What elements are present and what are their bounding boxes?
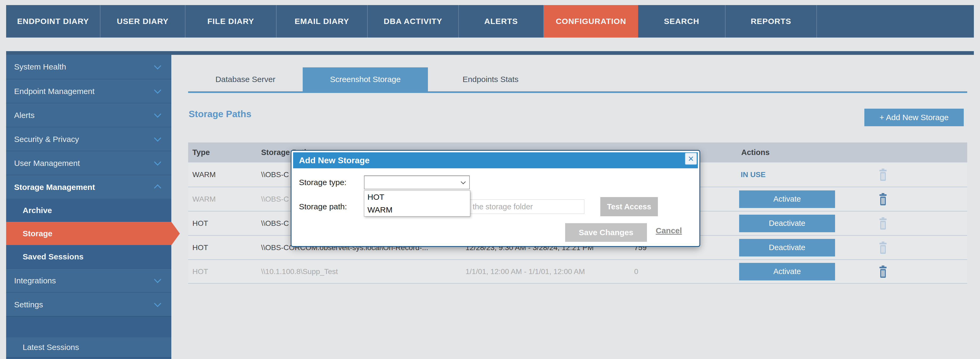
sidebar-item-system-health[interactable]: System Health xyxy=(6,55,171,79)
chevron-down-icon xyxy=(461,179,466,184)
chevron-up-icon xyxy=(154,184,161,192)
table-row: HOT \\10.1.100.8\Supp_Test 1/1/01, 12:00… xyxy=(188,259,967,284)
sidebar-item-label: Archive xyxy=(23,206,52,214)
cancel-link[interactable]: Cancel xyxy=(656,226,682,235)
cell-type: HOT xyxy=(188,243,257,252)
delete-icon[interactable] xyxy=(878,241,888,254)
app-root: ENDPOINT DIARY USER DIARY FILE DIARY EMA… xyxy=(0,0,980,359)
header-divider-strip xyxy=(6,51,974,55)
chevron-down-icon xyxy=(154,62,161,70)
sidebar-item-label: System Health xyxy=(14,62,66,71)
storage-type-label: Storage type: xyxy=(299,175,346,189)
activate-button[interactable]: Activate xyxy=(739,263,835,280)
cell-count: 0 xyxy=(630,267,734,276)
sidebar-item-storage-management[interactable]: Storage Management xyxy=(6,175,171,199)
sidebar-bottom-filler xyxy=(6,357,171,359)
option-warm[interactable]: WARM xyxy=(364,203,470,216)
tab-screenshot-storage[interactable]: Screenshot Storage xyxy=(303,67,428,91)
sidebar-item-label: User Management xyxy=(14,159,80,167)
sidebar-item-archive[interactable]: Archive xyxy=(6,199,171,222)
content-tabs: Database Server Screenshot Storage Endpo… xyxy=(188,67,553,91)
cell-path: \\10.1.100.8\Supp_Test xyxy=(257,267,462,276)
status-badge: IN USE xyxy=(734,170,765,179)
header-actions: Actions xyxy=(734,148,835,157)
tab-underline xyxy=(188,91,967,93)
cell-type: WARM xyxy=(188,195,257,203)
sidebar-item-label: Alerts xyxy=(14,111,35,119)
test-access-button[interactable]: Test Access xyxy=(600,197,658,216)
option-hot[interactable]: HOT xyxy=(364,191,470,203)
storage-path-label: Storage path: xyxy=(299,200,347,214)
chevron-down-icon xyxy=(154,300,161,307)
delete-icon[interactable] xyxy=(878,265,888,278)
sidebar-item-storage[interactable]: Storage xyxy=(6,222,171,245)
sidebar: System Health Endpoint Management Alerts… xyxy=(6,55,171,359)
delete-icon[interactable] xyxy=(878,193,888,205)
tab-endpoints-stats[interactable]: Endpoints Stats xyxy=(428,67,553,91)
sidebar-item-saved-sessions[interactable]: Saved Sessions xyxy=(6,245,171,268)
save-changes-button[interactable]: Save Changes xyxy=(565,223,647,242)
top-nav: ENDPOINT DIARY USER DIARY FILE DIARY EMA… xyxy=(6,5,974,38)
nav-dba-activity[interactable]: DBA ACTIVITY xyxy=(368,5,459,38)
nav-user-diary[interactable]: USER DIARY xyxy=(100,5,185,38)
cell-dates: 1/1/01, 12:00 AM - 1/1/01, 12:00 AM xyxy=(462,267,630,276)
dialog-title: Add New Storage xyxy=(299,152,698,168)
sidebar-item-label: Integrations xyxy=(14,276,56,285)
sidebar-item-endpoint-management[interactable]: Endpoint Management xyxy=(6,79,171,103)
active-item-arrow xyxy=(171,222,180,245)
nav-endpoint-diary[interactable]: ENDPOINT DIARY xyxy=(6,5,100,38)
chevron-down-icon xyxy=(154,159,161,166)
chevron-down-icon xyxy=(154,87,161,94)
nav-email-diary[interactable]: EMAIL DIARY xyxy=(277,5,368,38)
deactivate-button[interactable]: Deactivate xyxy=(739,239,835,256)
sidebar-item-latest-sessions[interactable]: Latest Sessions xyxy=(6,337,171,357)
tab-database-server[interactable]: Database Server xyxy=(188,67,303,91)
chevron-down-icon xyxy=(154,111,161,118)
sidebar-item-user-management[interactable]: User Management xyxy=(6,151,171,175)
header-type: Type xyxy=(188,148,257,157)
storage-type-dropdown-list: HOT WARM xyxy=(364,191,470,216)
sidebar-item-label: Settings xyxy=(14,300,43,309)
chevron-down-icon xyxy=(154,135,161,142)
nav-search[interactable]: SEARCH xyxy=(638,5,725,38)
sidebar-item-integrations[interactable]: Integrations xyxy=(6,268,171,292)
sidebar-item-label: Saved Sessions xyxy=(23,252,83,261)
nav-filler xyxy=(817,5,974,38)
sidebar-item-label: Security & Privacy xyxy=(14,135,79,143)
sidebar-item-settings[interactable]: Settings xyxy=(6,292,171,316)
nav-file-diary[interactable]: FILE DIARY xyxy=(185,5,277,38)
sidebar-item-label: Storage Management xyxy=(14,183,95,192)
sidebar-item-label: Storage xyxy=(23,229,52,238)
delete-icon[interactable] xyxy=(878,168,888,181)
page-title: Storage Paths xyxy=(189,109,251,119)
cell-type: HOT xyxy=(188,267,257,276)
storage-type-select[interactable] xyxy=(364,175,470,189)
sidebar-item-label: Endpoint Management xyxy=(14,87,95,95)
sidebar-item-security-privacy[interactable]: Security & Privacy xyxy=(6,127,171,151)
cell-type: HOT xyxy=(188,219,257,228)
nav-configuration[interactable]: CONFIGURATION xyxy=(544,5,638,38)
close-icon[interactable]: ✕ xyxy=(685,153,697,165)
nav-alerts[interactable]: ALERTS xyxy=(459,5,544,38)
add-new-storage-button[interactable]: + Add New Storage xyxy=(864,109,964,126)
chevron-down-icon xyxy=(154,276,161,283)
cell-type: WARM xyxy=(188,170,257,179)
sidebar-item-alerts[interactable]: Alerts xyxy=(6,103,171,127)
add-new-storage-dialog: Add New Storage ✕ Storage type: HOT WARM… xyxy=(291,150,700,247)
nav-reports[interactable]: REPORTS xyxy=(725,5,817,38)
delete-icon[interactable] xyxy=(878,217,888,230)
sidebar-spacer xyxy=(6,316,171,337)
activate-button[interactable]: Activate xyxy=(739,191,835,208)
deactivate-button[interactable]: Deactivate xyxy=(739,214,835,232)
dialog-titlebar: Add New Storage xyxy=(293,152,698,168)
sidebar-item-label: Latest Sessions xyxy=(23,343,79,351)
